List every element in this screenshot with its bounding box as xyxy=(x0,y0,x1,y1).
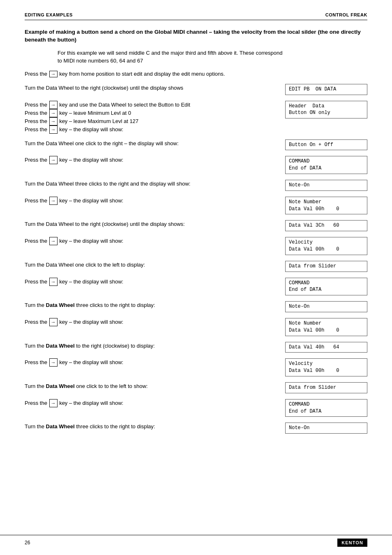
row-1: Press the → key and use the Data Wheel t… xyxy=(25,101,367,134)
row-11: Press the → key – the display will show:… xyxy=(25,318,367,336)
row-7: Press the → key – the display will show:… xyxy=(25,237,367,255)
row-7-display: Velocity Data Val 00h 0 xyxy=(285,237,367,255)
row-14-display: Data from Slider xyxy=(285,382,367,393)
arrow-key-3: → xyxy=(49,156,58,164)
row-16-text: Turn the Data Wheel three clicks to the … xyxy=(25,423,285,431)
arrow-key-7: → xyxy=(49,237,58,245)
row-16-display: Note-On xyxy=(285,423,367,434)
intro-line1: For this example we will send middle C a… xyxy=(58,49,367,57)
row-12-text: Turn the Data Wheel to the right (clockw… xyxy=(25,342,285,350)
row-12: Turn the Data Wheel to the right (clockw… xyxy=(25,342,367,353)
row-0-text: Turn the Data Wheel to the right (clockw… xyxy=(25,84,285,92)
row-9: Press the → key – the display will show:… xyxy=(25,278,367,296)
row-14: Turn the Data Wheel one click to to the … xyxy=(25,382,367,393)
row-5-text: Press the → key – the display will show: xyxy=(25,197,285,205)
row-5-display: Note Number Data Val 00h 0 xyxy=(285,197,367,215)
row-13-text: Press the → key – the display will show: xyxy=(25,358,285,367)
row-10-text: Turn the Data Wheel three clicks to the … xyxy=(25,301,285,309)
row-9-text: Press the → key – the display will show: xyxy=(25,278,285,286)
row-15-text: Press the → key – the display will show: xyxy=(25,399,285,407)
intro-block: For this example we will send middle C a… xyxy=(58,49,367,65)
row-4: Turn the Data Wheel three clicks to the … xyxy=(25,180,367,191)
row-10: Turn the Data Wheel three clicks to the … xyxy=(25,301,367,312)
row-14-text: Turn the Data Wheel one click to to the … xyxy=(25,382,285,390)
row-4-display: Note-On xyxy=(285,180,367,191)
row-0: Turn the Data Wheel to the right (clockw… xyxy=(25,84,367,95)
arrow-key-5: → xyxy=(49,197,58,205)
row-13: Press the → key – the display will show:… xyxy=(25,358,367,376)
arrow-key-1c: → xyxy=(49,117,58,125)
row-1-display: Header Data Button ON only xyxy=(285,101,367,119)
row-10-display: Note-On xyxy=(285,301,367,312)
arrow-key-13: → xyxy=(49,358,58,367)
page-number: 26 xyxy=(25,540,30,546)
intro-line2: to MIDI note numbers 60, 64 and 67 xyxy=(58,57,367,65)
main-heading: Example of making a button send a chord … xyxy=(25,28,367,44)
brand-logo: KENTON xyxy=(337,539,367,547)
header-left: EDITING EXAMPLES xyxy=(25,12,73,17)
row-7-text: Press the → key – the display will show: xyxy=(25,237,285,245)
row-5: Press the → key – the display will show:… xyxy=(25,197,367,215)
page-footer: 26 KENTON xyxy=(0,535,392,547)
row-8-text: Turn the Data Wheel one click to the lef… xyxy=(25,261,285,269)
arrow-key-9: → xyxy=(49,278,58,286)
arrow-key-15: → xyxy=(49,399,58,407)
row-3-text: Press the → key – the display will show: xyxy=(25,156,285,164)
row-11-display: Note Number Data Val 00h 0 xyxy=(285,318,367,336)
arrow-key-1a: → xyxy=(49,101,58,109)
arrow-key-1b: → xyxy=(49,109,58,117)
row-6: Turn the Data Wheel to the right (clockw… xyxy=(25,220,367,231)
row-15: Press the → key – the display will show:… xyxy=(25,399,367,417)
row-8: Turn the Data Wheel one click to the lef… xyxy=(25,261,367,272)
header-right: CONTROL FREAK xyxy=(325,12,367,17)
row-3: Press the → key – the display will show:… xyxy=(25,156,367,174)
row-16: Turn the Data Wheel three clicks to the … xyxy=(25,423,367,434)
row-15-display: COMMAND End of DATA xyxy=(285,399,367,417)
row-3-display: COMMAND End of DATA xyxy=(285,156,367,174)
row-8-display: Data from Slider xyxy=(285,261,367,272)
row-2: Turn the Data Wheel one click to the rig… xyxy=(25,139,367,151)
row-2-display: Button On + Off xyxy=(285,139,367,151)
row-11-text: Press the → key – the display will show: xyxy=(25,318,285,326)
row-13-display: Velocity Data Val 00h 0 xyxy=(285,358,367,376)
row-12-display: Data Val 40h 64 xyxy=(285,342,367,353)
row-1-text: Press the → key and use the Data Wheel t… xyxy=(25,101,285,134)
row-6-display: Data Val 3Ch 60 xyxy=(285,220,367,231)
page-header: EDITING EXAMPLES CONTROL FREAK xyxy=(25,12,367,20)
row-6-text: Turn the Data Wheel to the right (clockw… xyxy=(25,220,285,228)
row-9-display: COMMAND End of DATA xyxy=(285,278,367,296)
arrow-key-1d: → xyxy=(49,125,58,134)
row-0-display: EDIT PB ON DATA xyxy=(285,84,367,95)
arrow-key-11: → xyxy=(49,318,58,326)
arrow-key: → xyxy=(49,71,58,77)
press-intro: Press the → key from home position to st… xyxy=(25,71,367,77)
row-2-text: Turn the Data Wheel one click to the rig… xyxy=(25,139,285,148)
row-4-text: Turn the Data Wheel three clicks to the … xyxy=(25,180,285,188)
